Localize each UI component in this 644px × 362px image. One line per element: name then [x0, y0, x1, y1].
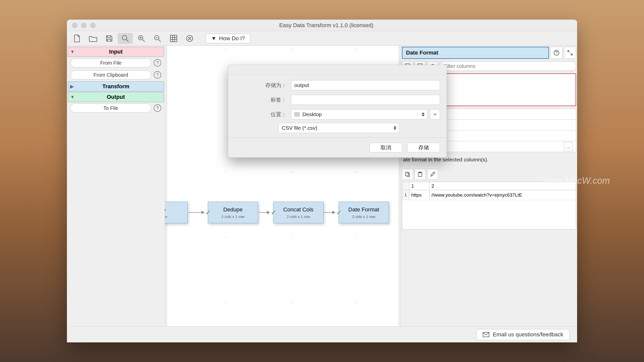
feedback-button[interactable]: Email us questions/feedback — [476, 329, 570, 340]
node-label: Dedupe — [223, 206, 243, 213]
open-folder-button[interactable] — [86, 33, 101, 44]
how-do-i-dropdown[interactable]: ▼ How Do I? — [206, 34, 250, 43]
modal-titlebar[interactable] — [228, 65, 447, 75]
node-label: op — [165, 206, 166, 213]
section-header-input-label: Input — [109, 49, 123, 55]
filter-columns-input[interactable] — [440, 61, 576, 71]
to-file-button[interactable]: To File — [70, 104, 151, 113]
grid-toggle-button[interactable] — [166, 33, 181, 44]
save-button[interactable] — [102, 33, 117, 44]
panel-help-button[interactable] — [550, 47, 562, 59]
close-dot-icon[interactable] — [72, 23, 77, 28]
section-header-output-label: Output — [107, 94, 125, 100]
app-window: Easy Data Transform v1.1.0 (licensed) — [67, 20, 577, 342]
folder-icon — [294, 112, 300, 117]
node-label: Concat Cols — [283, 206, 313, 213]
zoom-dot-icon[interactable] — [90, 23, 96, 28]
tags-label: 标签： — [228, 96, 291, 103]
section-header-transform-label: Transform — [102, 83, 130, 90]
table-row[interactable]: 1 https //www.youtube.com/watch?v=ejmyc6… — [402, 190, 576, 200]
node-subtitle: 2 cols x 1 row — [221, 214, 245, 219]
copy-button[interactable] — [402, 169, 413, 180]
save-confirm-button[interactable]: 存储 — [407, 143, 440, 152]
filetype-select[interactable]: CSV file (*.csv) — [278, 123, 399, 133]
help-icon[interactable]: ? — [154, 71, 161, 79]
footer: Email us questions/feedback — [67, 326, 577, 342]
cell-1: https — [409, 190, 429, 200]
from-file-button[interactable]: From File — [70, 58, 151, 67]
minimize-dot-icon[interactable] — [81, 23, 87, 28]
from-clipboard-button[interactable]: From Clipboard — [70, 70, 151, 79]
toolbar: ▼ How Do I? — [67, 31, 577, 46]
col-header-2[interactable]: 2 — [429, 182, 576, 190]
edge-arrow — [324, 212, 335, 213]
save-dialog: 存储为： 标签： 位置： Desktop — [228, 65, 447, 158]
expand-save-panel-button[interactable] — [430, 109, 440, 119]
mail-icon — [483, 332, 489, 337]
row-header-blank — [402, 182, 409, 190]
zoom-in-button[interactable] — [134, 33, 149, 44]
titlebar: Easy Data Transform v1.1.0 (licensed) — [67, 20, 577, 31]
location-value: Desktop — [302, 111, 322, 117]
node-date-format[interactable]: ✓ Date Format 2 cols x 1 row — [339, 202, 389, 223]
check-icon: ✓ — [336, 209, 342, 216]
section-header-transform[interactable]: ▶ Transform — [68, 81, 164, 92]
chevron-updown-icon — [393, 126, 396, 130]
save-as-label: 存储为： — [228, 82, 291, 89]
help-icon[interactable]: ? — [154, 59, 161, 67]
expand-caret-icon: ▶ — [70, 84, 74, 89]
tags-input[interactable] — [291, 95, 440, 105]
chevron-updown-icon — [422, 112, 425, 116]
node-op[interactable]: op 1 row — [165, 202, 188, 223]
node-dedupe[interactable]: ✓ Dedupe 2 cols x 1 row — [208, 202, 258, 223]
panel-expand-button[interactable] — [564, 47, 576, 59]
edge-arrow — [188, 212, 204, 213]
node-label: Date Format — [348, 206, 379, 213]
col-header-1[interactable]: 1 — [409, 182, 429, 190]
check-icon: ✓ — [206, 209, 211, 216]
svg-point-0 — [122, 35, 127, 40]
location-label: 位置： — [228, 111, 291, 118]
row-number: 1 — [402, 190, 409, 200]
how-do-i-label: How Do I? — [219, 35, 245, 42]
new-file-button[interactable] — [69, 33, 85, 44]
cancel-circle-button[interactable] — [182, 33, 197, 44]
window-title: Easy Data Transform v1.1.0 (licensed) — [96, 22, 557, 29]
node-subtitle: 1 row — [165, 214, 167, 219]
node-subtitle: 2 cols x 1 row — [287, 214, 310, 219]
help-icon[interactable]: ? — [154, 104, 161, 112]
edge-arrow — [259, 212, 270, 213]
collapse-caret-icon: ▼ — [70, 95, 75, 100]
location-select[interactable]: Desktop — [291, 109, 427, 119]
left-panel: ▼ Input From File ? From Clipboard ? ▶ T… — [67, 46, 165, 326]
node-concat-cols[interactable]: ✓ Concat Cols 2 cols x 1 row — [273, 202, 324, 223]
window-controls — [67, 23, 96, 28]
section-header-output[interactable]: ▼ Output — [68, 92, 164, 102]
svg-rect-7 — [406, 172, 409, 176]
cell-2: //www.youtube.com/watch?v=ejmyc637LtE — [429, 190, 576, 200]
edit-button[interactable] — [427, 169, 438, 180]
filetype-value: CSV file (*.csv) — [282, 125, 317, 131]
node-subtitle: 2 cols x 1 row — [352, 214, 375, 219]
panel-title: Date Format — [402, 47, 549, 59]
cancel-button[interactable]: 取消 — [370, 143, 402, 152]
paste-button[interactable] — [415, 169, 426, 180]
save-as-input[interactable] — [291, 80, 440, 90]
section-header-input[interactable]: ▼ Input — [68, 47, 164, 57]
search-button[interactable] — [118, 33, 133, 44]
collapse-caret-icon: ▼ — [70, 49, 75, 55]
preview-table: 1 2 1 https //www.youtube.com/watch?v=ej… — [402, 182, 576, 230]
more-button[interactable]: … — [564, 142, 573, 151]
left-gutter — [165, 46, 167, 326]
zoom-out-button[interactable] — [150, 33, 165, 44]
check-icon: ✓ — [271, 209, 276, 216]
